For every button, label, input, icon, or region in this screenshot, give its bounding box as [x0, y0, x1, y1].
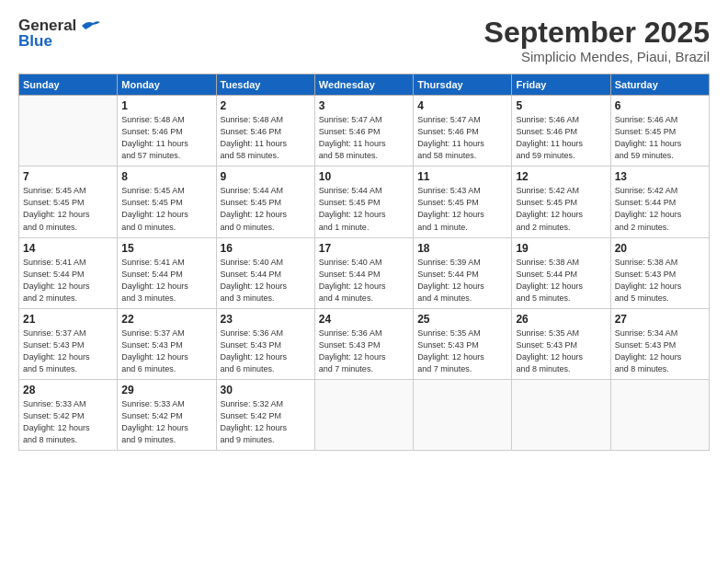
calendar-cell: 9Sunrise: 5:44 AM Sunset: 5:45 PM Daylig… [216, 167, 314, 237]
day-info: Sunrise: 5:38 AM Sunset: 5:44 PM Dayligh… [516, 257, 606, 304]
col-friday: Friday [512, 75, 610, 96]
calendar-cell [414, 379, 512, 450]
day-number: 9 [221, 170, 311, 183]
calendar-cell: 2Sunrise: 5:48 AM Sunset: 5:46 PM Daylig… [216, 96, 314, 167]
day-number: 1 [121, 99, 211, 112]
day-number: 4 [417, 99, 507, 112]
calendar-cell: 19Sunrise: 5:38 AM Sunset: 5:44 PM Dayli… [512, 237, 610, 308]
day-number: 16 [221, 242, 311, 255]
day-info: Sunrise: 5:41 AM Sunset: 5:44 PM Dayligh… [23, 257, 113, 304]
page-header: General Blue September 2025 Simplicio Me… [18, 17, 710, 64]
day-info: Sunrise: 5:45 AM Sunset: 5:45 PM Dayligh… [121, 185, 211, 233]
day-number: 30 [221, 384, 311, 396]
day-info: Sunrise: 5:39 AM Sunset: 5:44 PM Dayligh… [417, 257, 507, 304]
day-number: 27 [615, 313, 705, 326]
calendar-cell: 7Sunrise: 5:45 AM Sunset: 5:45 PM Daylig… [19, 167, 118, 237]
logo-blue: Blue [18, 32, 52, 51]
calendar-cell: 6Sunrise: 5:46 AM Sunset: 5:45 PM Daylig… [610, 96, 709, 167]
month-title: September 2025 [484, 17, 710, 49]
calendar-cell [314, 379, 413, 450]
day-number: 8 [121, 170, 211, 183]
day-number: 13 [615, 170, 705, 183]
title-area: September 2025 Simplicio Mendes, Piaui, … [484, 17, 710, 64]
calendar-cell [512, 379, 610, 450]
day-info: Sunrise: 5:48 AM Sunset: 5:46 PM Dayligh… [221, 114, 311, 162]
day-number: 24 [319, 313, 409, 326]
col-monday: Monday [118, 75, 216, 96]
day-info: Sunrise: 5:44 AM Sunset: 5:45 PM Dayligh… [319, 185, 409, 233]
calendar-cell [610, 379, 709, 450]
day-info: Sunrise: 5:43 AM Sunset: 5:45 PM Dayligh… [417, 185, 507, 233]
calendar-cell: 23Sunrise: 5:36 AM Sunset: 5:43 PM Dayli… [216, 308, 314, 379]
calendar-cell: 15Sunrise: 5:41 AM Sunset: 5:44 PM Dayli… [118, 237, 216, 308]
calendar-cell: 3Sunrise: 5:47 AM Sunset: 5:46 PM Daylig… [314, 96, 413, 167]
day-number: 21 [23, 313, 113, 326]
calendar-cell: 14Sunrise: 5:41 AM Sunset: 5:44 PM Dayli… [19, 237, 118, 308]
day-info: Sunrise: 5:36 AM Sunset: 5:43 PM Dayligh… [319, 327, 409, 375]
day-number: 15 [121, 242, 211, 255]
day-number: 3 [319, 99, 409, 112]
calendar-cell: 22Sunrise: 5:37 AM Sunset: 5:43 PM Dayli… [118, 308, 216, 379]
day-info: Sunrise: 5:42 AM Sunset: 5:45 PM Dayligh… [516, 185, 606, 233]
day-info: Sunrise: 5:34 AM Sunset: 5:43 PM Dayligh… [615, 327, 705, 375]
day-number: 12 [516, 170, 606, 183]
week-row-2: 7Sunrise: 5:45 AM Sunset: 5:45 PM Daylig… [19, 167, 710, 237]
day-info: Sunrise: 5:33 AM Sunset: 5:42 PM Dayligh… [121, 398, 211, 446]
col-thursday: Thursday [414, 75, 512, 96]
day-info: Sunrise: 5:48 AM Sunset: 5:46 PM Dayligh… [121, 114, 211, 162]
calendar-cell: 26Sunrise: 5:35 AM Sunset: 5:43 PM Dayli… [512, 308, 610, 379]
calendar-cell: 27Sunrise: 5:34 AM Sunset: 5:43 PM Dayli… [610, 308, 709, 379]
calendar-cell: 28Sunrise: 5:33 AM Sunset: 5:42 PM Dayli… [19, 379, 118, 450]
day-number: 14 [23, 242, 113, 255]
calendar-header-row: Sunday Monday Tuesday Wednesday Thursday… [19, 75, 710, 96]
day-info: Sunrise: 5:40 AM Sunset: 5:44 PM Dayligh… [221, 257, 311, 304]
day-number: 2 [221, 99, 311, 112]
day-info: Sunrise: 5:47 AM Sunset: 5:46 PM Dayligh… [319, 114, 409, 162]
day-info: Sunrise: 5:42 AM Sunset: 5:44 PM Dayligh… [615, 185, 705, 233]
logo: General Blue [18, 17, 100, 51]
calendar-cell: 18Sunrise: 5:39 AM Sunset: 5:44 PM Dayli… [414, 237, 512, 308]
day-info: Sunrise: 5:32 AM Sunset: 5:42 PM Dayligh… [221, 398, 311, 446]
calendar-cell: 12Sunrise: 5:42 AM Sunset: 5:45 PM Dayli… [512, 167, 610, 237]
day-info: Sunrise: 5:46 AM Sunset: 5:45 PM Dayligh… [615, 114, 705, 162]
day-info: Sunrise: 5:47 AM Sunset: 5:46 PM Dayligh… [417, 114, 507, 162]
day-info: Sunrise: 5:41 AM Sunset: 5:44 PM Dayligh… [121, 257, 211, 304]
week-row-3: 14Sunrise: 5:41 AM Sunset: 5:44 PM Dayli… [19, 237, 710, 308]
day-number: 29 [121, 384, 211, 396]
week-row-5: 28Sunrise: 5:33 AM Sunset: 5:42 PM Dayli… [19, 379, 710, 450]
calendar-cell: 11Sunrise: 5:43 AM Sunset: 5:45 PM Dayli… [414, 167, 512, 237]
day-info: Sunrise: 5:40 AM Sunset: 5:44 PM Dayligh… [319, 257, 409, 304]
calendar-cell: 13Sunrise: 5:42 AM Sunset: 5:44 PM Dayli… [610, 167, 709, 237]
day-number: 6 [615, 99, 705, 112]
calendar-cell: 17Sunrise: 5:40 AM Sunset: 5:44 PM Dayli… [314, 237, 413, 308]
calendar-cell: 10Sunrise: 5:44 AM Sunset: 5:45 PM Dayli… [314, 167, 413, 237]
day-info: Sunrise: 5:44 AM Sunset: 5:45 PM Dayligh… [221, 185, 311, 233]
day-number: 26 [516, 313, 606, 326]
day-info: Sunrise: 5:33 AM Sunset: 5:42 PM Dayligh… [23, 398, 113, 446]
calendar-cell: 4Sunrise: 5:47 AM Sunset: 5:46 PM Daylig… [414, 96, 512, 167]
calendar-cell: 8Sunrise: 5:45 AM Sunset: 5:45 PM Daylig… [118, 167, 216, 237]
week-row-4: 21Sunrise: 5:37 AM Sunset: 5:43 PM Dayli… [19, 308, 710, 379]
col-sunday: Sunday [19, 75, 118, 96]
calendar-cell: 20Sunrise: 5:38 AM Sunset: 5:43 PM Dayli… [610, 237, 709, 308]
calendar-cell: 25Sunrise: 5:35 AM Sunset: 5:43 PM Dayli… [414, 308, 512, 379]
day-info: Sunrise: 5:36 AM Sunset: 5:43 PM Dayligh… [221, 327, 311, 375]
col-tuesday: Tuesday [216, 75, 314, 96]
logo-bird-icon [80, 18, 100, 33]
day-info: Sunrise: 5:45 AM Sunset: 5:45 PM Dayligh… [23, 185, 113, 233]
day-number: 25 [417, 313, 507, 326]
calendar-cell: 5Sunrise: 5:46 AM Sunset: 5:46 PM Daylig… [512, 96, 610, 167]
day-number: 17 [319, 242, 409, 255]
calendar-cell: 16Sunrise: 5:40 AM Sunset: 5:44 PM Dayli… [216, 237, 314, 308]
day-number: 19 [516, 242, 606, 255]
day-info: Sunrise: 5:38 AM Sunset: 5:43 PM Dayligh… [615, 257, 705, 304]
day-number: 28 [23, 384, 113, 396]
day-info: Sunrise: 5:37 AM Sunset: 5:43 PM Dayligh… [23, 327, 113, 375]
day-info: Sunrise: 5:46 AM Sunset: 5:46 PM Dayligh… [516, 114, 606, 162]
day-number: 22 [121, 313, 211, 326]
calendar-cell: 24Sunrise: 5:36 AM Sunset: 5:43 PM Dayli… [314, 308, 413, 379]
day-info: Sunrise: 5:37 AM Sunset: 5:43 PM Dayligh… [121, 327, 211, 375]
day-number: 5 [516, 99, 606, 112]
location-subtitle: Simplicio Mendes, Piaui, Brazil [484, 49, 710, 64]
day-info: Sunrise: 5:35 AM Sunset: 5:43 PM Dayligh… [516, 327, 606, 375]
